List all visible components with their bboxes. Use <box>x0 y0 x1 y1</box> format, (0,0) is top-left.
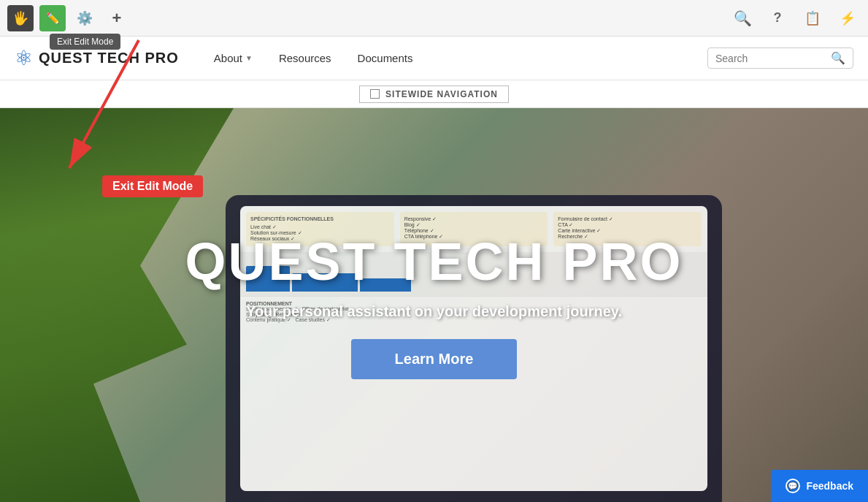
sitewide-nav-label: SITEWIDE NAVIGATION <box>385 89 498 99</box>
site-nav: ⚛ QUEST TECH PRO About ▼ Resources Docum… <box>0 37 868 80</box>
nav-resources-label: Resources <box>279 52 331 64</box>
sitewide-nav-toggle[interactable]: SITEWIDE NAVIGATION <box>359 85 509 103</box>
sliders-icon: ⚡ <box>840 10 856 26</box>
toolbar-search-button[interactable]: 🔍 <box>729 5 756 31</box>
nav-documents-label: Documents <box>358 52 413 64</box>
gear-icon: ⚙️ <box>77 10 93 26</box>
nav-item-documents[interactable]: Documents <box>345 37 426 80</box>
help-button[interactable]: ? <box>764 5 791 31</box>
feedback-button[interactable]: 💬 Feedback <box>771 470 868 502</box>
chevron-down-icon: ▼ <box>245 54 253 62</box>
pencil-icon: ✏️ <box>46 12 60 25</box>
search-submit-icon[interactable]: 🔍 <box>831 51 845 65</box>
search-input[interactable] <box>715 53 825 64</box>
hand-tool-button[interactable]: 🖐 <box>7 5 34 31</box>
hero-content: QUEST TECH PRO Your personal assistant o… <box>0 108 868 502</box>
exit-edit-mode-button[interactable]: ✏️ <box>39 5 66 31</box>
hero-section: SPÉCIFICITÉS FONCTIONNELLES Live chat ✓ … <box>0 108 868 502</box>
search-icon: 🔍 <box>734 9 752 27</box>
learn-more-button[interactable]: Learn More <box>351 339 518 379</box>
chat-icon: 💬 <box>786 479 800 493</box>
logo-icon: ⚛ <box>15 46 33 70</box>
plus-icon: + <box>112 9 122 28</box>
add-button[interactable]: + <box>104 5 130 31</box>
feedback-label: Feedback <box>806 480 853 492</box>
hero-title: QUEST TECH PRO <box>185 232 683 292</box>
copy-icon: 📋 <box>804 10 821 26</box>
exit-edit-mode-label: Exit Edit Mode <box>102 175 203 197</box>
hero-subtitle: Your personal assistant on your developm… <box>246 303 622 320</box>
adjust-button[interactable]: ⚡ <box>834 5 861 31</box>
logo-text: QUEST TECH PRO <box>39 50 179 66</box>
sitewide-nav-bar: SITEWIDE NAVIGATION <box>0 80 868 108</box>
hand-icon: 🖐 <box>12 10 28 26</box>
sitewide-nav-checkbox[interactable] <box>370 89 380 99</box>
admin-toolbar: 🖐 ✏️ ⚙️ + 🔍 ? 📋 ⚡ Exit Edit Mode <box>0 0 868 37</box>
nav-search-container: 🔍 <box>707 47 853 69</box>
copy-button[interactable]: 📋 <box>799 5 826 31</box>
exit-edit-mode-tooltip: Exit Edit Mode <box>50 34 120 50</box>
help-icon: ? <box>774 10 782 26</box>
nav-items: About ▼ Resources Documents <box>201 37 707 80</box>
nav-about-label: About <box>214 52 242 64</box>
nav-item-resources[interactable]: Resources <box>266 37 345 80</box>
nav-item-about[interactable]: About ▼ <box>201 37 266 80</box>
settings-button[interactable]: ⚙️ <box>72 5 98 31</box>
